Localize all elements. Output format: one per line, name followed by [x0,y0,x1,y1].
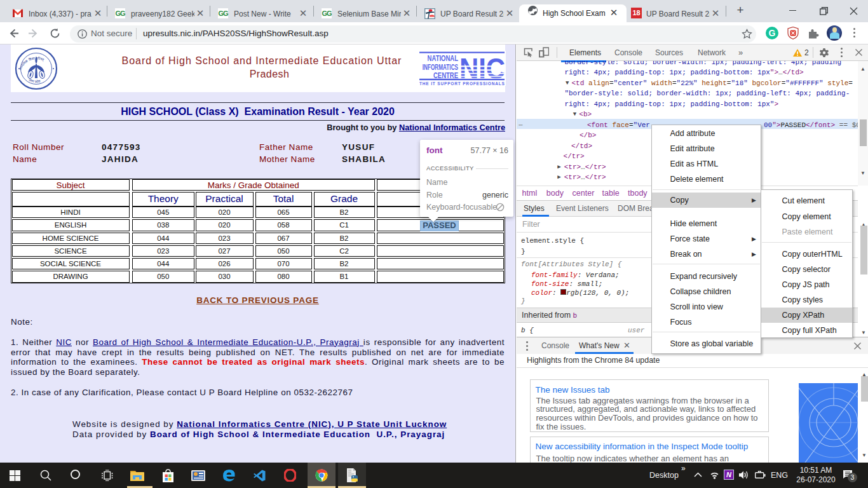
svg-text:THE IT SUPPORT PROFESSIONALS: THE IT SUPPORT PROFESSIONALS [419,81,505,85]
svg-text:CENTRE: CENTRE [433,71,458,79]
svg-text:INFORMATICS: INFORMATICS [423,62,458,71]
svg-text:NIC: NIC [459,51,505,85]
svg-text:NATIONAL: NATIONAL [428,54,458,63]
